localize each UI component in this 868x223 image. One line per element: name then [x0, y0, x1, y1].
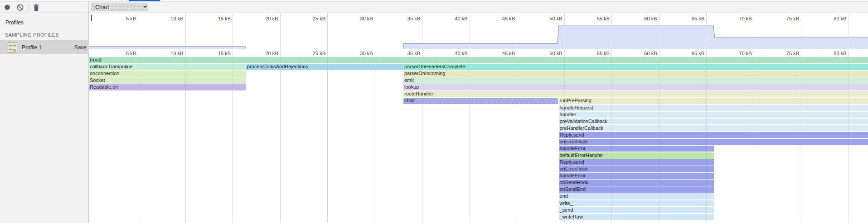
svg-text:%: %: [13, 48, 16, 52]
